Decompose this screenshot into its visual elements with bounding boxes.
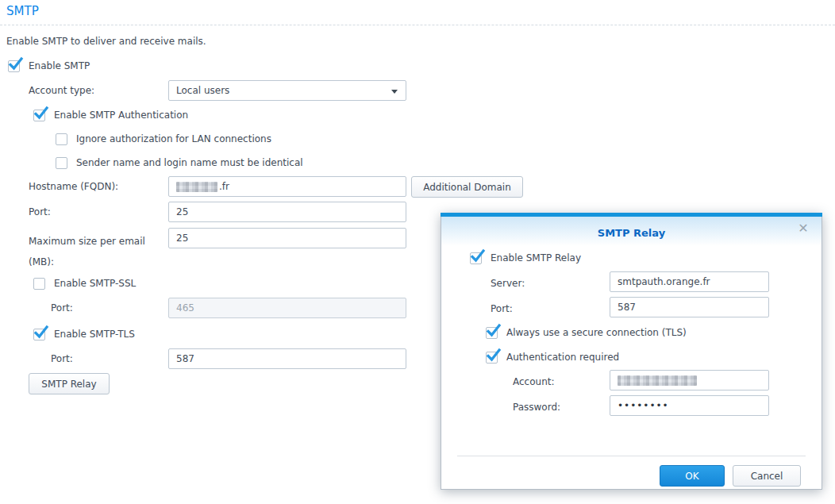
page-subtitle: Enable SMTP to deliver and receive mails… [6,36,206,47]
port-input[interactable] [168,202,406,222]
relay-port-input[interactable] [610,297,769,317]
account-type-select[interactable]: Local users [168,80,406,101]
sender-identical-row: Sender name and login name must be ident… [56,156,303,169]
hostname-label: Hostname (FQDN): [29,181,118,192]
enable-relay-checkbox[interactable] [470,252,482,264]
close-icon[interactable]: ✕ [797,222,810,235]
smtp-relay-dialog: SMTP Relay ✕ Enable SMTP Relay Server: P… [441,213,822,490]
enable-auth-checkbox[interactable] [33,110,45,121]
auth-required-checkbox[interactable] [486,352,498,364]
smtp-settings-page: SMTP Enable SMTP to deliver and receive … [0,0,835,504]
enable-smtp-checkbox[interactable] [8,60,20,72]
password-input[interactable] [610,395,769,416]
page-title: SMTP [6,4,39,18]
max-size-label: Maximum size per email (MB): [29,231,168,272]
enable-ssl-label: Enable SMTP-SSL [54,278,136,289]
checkmark-icon [471,249,485,262]
ssl-port-input [168,298,406,318]
checkmark-icon [9,57,23,70]
enable-smtp-row: Enable SMTP [8,60,90,72]
port-label: Port: [29,206,51,217]
secure-tls-label: Always use a secure connection (TLS) [506,327,687,338]
ignore-lan-label: Ignore authorization for LAN connections [76,133,271,144]
checkmark-icon [487,348,501,361]
checkmark-icon [34,106,48,119]
redacted-hostname-value [176,182,217,192]
account-label: Account: [513,376,555,387]
enable-ssl-row: Enable SMTP-SSL [33,277,136,290]
server-input[interactable] [610,271,769,292]
secure-tls-checkbox[interactable] [486,327,498,339]
auth-required-label: Authentication required [506,352,619,363]
tls-port-input[interactable] [168,348,406,369]
ignore-lan-row: Ignore authorization for LAN connections [56,133,271,145]
ssl-port-label: Port: [51,302,73,314]
smtp-relay-button[interactable]: SMTP Relay [29,373,110,394]
additional-domain-button[interactable]: Additional Domain [411,176,523,198]
account-input[interactable] [610,370,769,391]
relay-port-label: Port: [491,303,513,314]
dialog-header: SMTP Relay [441,217,822,246]
enable-tls-row: Enable SMTP-TLS [33,328,135,340]
server-label: Server: [491,278,525,289]
sender-identical-checkbox[interactable] [56,157,67,169]
secure-tls-row: Always use a secure connection (TLS) [486,326,687,339]
chevron-down-icon [391,90,398,94]
checkmark-icon [487,324,501,337]
enable-ssl-checkbox[interactable] [33,278,45,290]
checkmark-icon [34,325,48,338]
header-divider [0,25,835,25]
enable-auth-row: Enable SMTP Authentication [33,109,188,121]
tls-port-label: Port: [51,353,73,364]
enable-auth-label: Enable SMTP Authentication [54,110,188,121]
hostname-suffix: .fr [219,181,229,192]
account-type-value: Local users [176,85,229,96]
password-label: Password: [513,402,560,413]
account-type-label: Account type: [29,85,94,96]
enable-smtp-label: Enable SMTP [29,60,90,71]
ok-button[interactable]: OK [660,465,725,487]
dialog-footer-divider [457,456,806,456]
cancel-button[interactable]: Cancel [733,465,801,487]
hostname-input[interactable]: .fr [168,176,406,197]
enable-relay-label: Enable SMTP Relay [491,252,581,264]
enable-tls-checkbox[interactable] [33,329,45,340]
auth-required-row: Authentication required [486,351,619,364]
enable-tls-label: Enable SMTP-TLS [54,329,135,340]
redacted-account-value [618,375,697,386]
enable-relay-row: Enable SMTP Relay [470,252,581,264]
sender-identical-label: Sender name and login name must be ident… [76,157,303,168]
max-size-input[interactable] [168,228,406,248]
ignore-lan-checkbox[interactable] [56,133,67,145]
dialog-title: SMTP Relay [441,217,822,239]
